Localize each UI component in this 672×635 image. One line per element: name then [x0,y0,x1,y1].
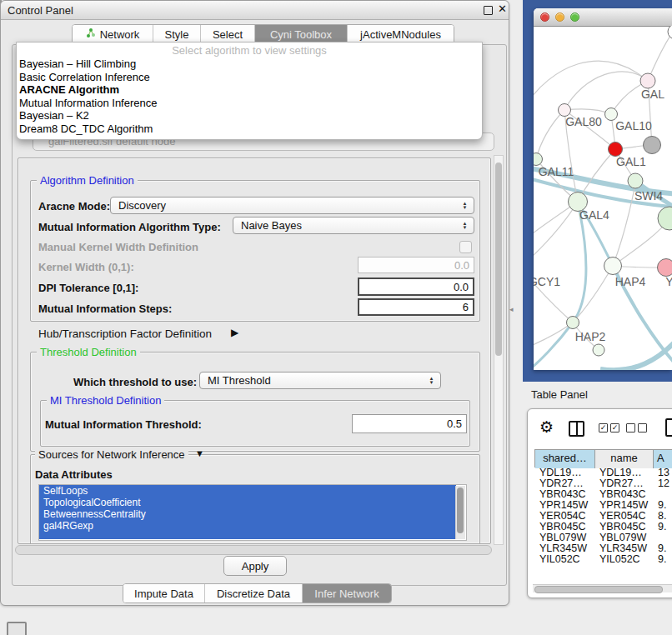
control-panel-titlebar[interactable]: Control Panel ✕ [1,1,509,20]
table-horizontal-scrollbar[interactable] [533,584,672,592]
column-header-clipped[interactable]: A [654,450,672,468]
table-row[interactable]: YER054CYER054C8. [534,511,672,522]
mi-type-combo[interactable]: Naive Bayes [233,217,474,234]
data-attributes-label: Data Attributes [35,468,113,481]
network-edge[interactable] [536,110,564,159]
manual-kernel-checkbox[interactable] [459,241,472,253]
gear-icon[interactable]: ⚙ [539,419,554,435]
table-cell: YDR27… [534,478,594,489]
attribute-item-selected[interactable]: BetweennessCentrality [39,508,456,520]
columns-icon[interactable] [569,421,584,437]
network-edge[interactable] [648,31,672,81]
settings-horizontal-scrollbar[interactable] [15,545,492,555]
kernel-width-input[interactable]: 0.0 [358,257,474,273]
network-edge[interactable] [564,109,611,114]
mi-threshold-input[interactable]: 0.5 [352,414,467,433]
attribute-item-selected[interactable]: TopologicalCoefficient [39,497,456,508]
data-attributes-list[interactable]: SelfLoops TopologicalCoefficient Between… [38,484,467,541]
panel-collapse-arrow-icon[interactable]: ◂ [509,305,514,313]
settings-vertical-scrollbar[interactable] [494,155,504,545]
mi-steps-input[interactable]: 6 [358,298,474,316]
tab-infer-network[interactable]: Infer Network [303,584,391,602]
network-node[interactable] [609,142,623,157]
network-edge[interactable] [534,322,573,348]
dropdown-item[interactable]: Bayesian – Hill Climbing [17,58,482,71]
network-canvas-svg[interactable]: GALGAL80GAL10GAL1GAL11SWI4GAL4GCY1HAP4YH… [534,26,672,370]
tab-select[interactable]: Select [201,25,255,43]
table-row[interactable]: YLR345WYLR345W9. [534,543,672,554]
table-row[interactable]: YIL052CYIL052C9. [534,554,672,564]
table-row[interactable]: YBL079WYBL079W [534,532,672,543]
table-hscroll-thumb[interactable] [534,586,663,593]
network-edge[interactable] [613,184,635,266]
network-node[interactable] [668,26,672,39]
dropdown-item[interactable]: Bayesian – K2 [17,109,482,122]
table-cell [653,532,672,543]
attribute-item-selected[interactable]: gal4RGexp [39,520,456,532]
table-row[interactable]: YBR043CYBR043C [534,489,672,500]
network-node[interactable] [534,153,543,166]
zoom-traffic-light-icon[interactable] [570,12,579,22]
which-threshold-combo[interactable]: MI Threshold [199,372,441,389]
settings-vscroll-thumb[interactable] [495,162,502,356]
table-row[interactable]: YPR145WYPR145W9. [534,500,672,511]
table-cell: YBR043C [594,489,653,500]
tab-impute-data[interactable]: Impute Data [123,584,205,602]
apply-button[interactable]: Apply [223,556,287,576]
tab-label: Style [165,28,189,41]
table-row[interactable]: YDL19…YDL19…13 [534,468,672,478]
dropdown-item[interactable]: Dream8 DC_TDC Algorithm [17,122,482,136]
table-cell: YPR145W [594,500,653,511]
sources-title: Sources for Network Inference [35,448,188,461]
tab-label: jActiveMNodules [360,28,441,41]
minimize-traffic-light-icon[interactable] [555,12,564,22]
network-window-titlebar[interactable] [534,8,672,27]
deselect-all-checks-icon[interactable] [626,423,647,432]
table-row[interactable]: YBR045CYBR045C9. [534,522,672,532]
network-node[interactable] [658,259,672,277]
network-node[interactable] [658,207,672,230]
network-node[interactable] [628,173,643,188]
bottom-left-partial-icon[interactable] [7,622,27,635]
table-cell: YIL052C [534,554,594,564]
network-node[interactable] [593,344,604,356]
dropdown-item[interactable]: Basic Correlation Inference [17,71,482,84]
network-node[interactable] [640,73,655,88]
list-scrollbar-thumb[interactable] [457,488,464,533]
network-node[interactable] [644,137,661,154]
dropdown-item-selected[interactable]: ARACNE Algorithm [17,83,482,97]
expand-right-icon[interactable]: ▶ [231,327,238,338]
select-all-checks-icon[interactable] [599,423,619,432]
table-cell: 12 [653,478,672,489]
list-scrollbar[interactable] [455,486,465,539]
network-node[interactable] [567,317,579,329]
network-edge[interactable] [534,202,578,268]
attribute-item-partial[interactable] [39,532,456,539]
tab-cyni-toolbox[interactable]: Cyni Toolbox [255,25,348,43]
close-window-icon[interactable]: ✕ [498,2,507,15]
column-header-name[interactable]: name [595,450,654,468]
network-view-window[interactable]: GALGAL80GAL10GAL1GAL11SWI4GAL4GCY1HAP4YH… [534,8,672,370]
export-table-icon[interactable] [665,418,672,437]
dropdown-item[interactable]: Mutual Information Inference [17,97,482,110]
restore-window-icon[interactable] [484,6,493,15]
network-edge[interactable] [564,72,648,110]
network-node[interactable] [604,258,622,275]
table-row[interactable]: YDR27…YDR27…12 [534,478,672,489]
tab-label: Cyni Toolbox [270,28,332,41]
close-traffic-light-icon[interactable] [540,12,549,22]
column-header-shared-name[interactable]: shared… [535,450,595,468]
tab-network[interactable]: Network [73,25,153,43]
dpi-tolerance-input[interactable]: 0.0 [358,278,474,296]
collapse-down-icon[interactable]: ▼ [195,448,204,458]
hub-definition-label[interactable]: Hub/Transcription Factor Definition [38,328,212,340]
table-cell: YDR27… [594,478,653,489]
tab-jactivemnodules[interactable]: jActiveMNodules [348,25,454,43]
tab-discretize-data[interactable]: Discretize Data [205,584,303,602]
network-edge[interactable] [600,336,672,370]
tab-style[interactable]: Style [153,25,201,43]
network-edge[interactable] [534,61,648,106]
attribute-item-selected[interactable]: SelfLoops [39,485,456,497]
tab-label: Select [213,28,243,41]
aracne-mode-combo[interactable]: Discovery [110,197,474,214]
